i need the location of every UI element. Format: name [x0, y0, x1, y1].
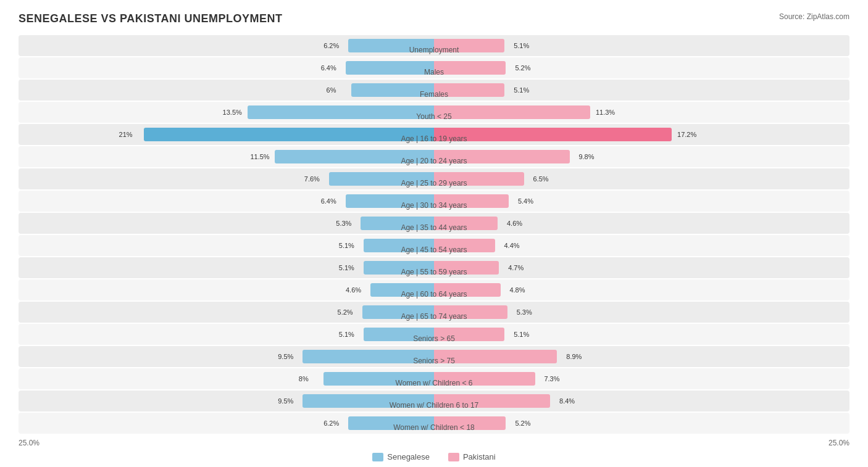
bar-value-right: 5.4% — [518, 197, 533, 205]
bar-value-left: 6.4% — [321, 197, 336, 205]
chart-row: 5.3% Age | 35 to 44 years 4.6% — [19, 213, 849, 234]
bar-value-right: 5.1% — [514, 42, 529, 49]
bar-label: Females — [372, 90, 496, 99]
bar-value-right: 5.2% — [515, 419, 530, 427]
bar-value-right: 4.6% — [507, 220, 522, 227]
bar-label: Seniors > 65 — [372, 334, 496, 343]
legend: Senegalese Pakistani — [19, 452, 849, 461]
bar-value-right: 9.8% — [578, 153, 594, 160]
bar-right-container: 17.2% — [434, 124, 849, 145]
bar-value-right: 5.2% — [515, 64, 530, 72]
legend-pakistani: Pakistani — [448, 452, 496, 461]
row-inner: 5.2% Age | 65 to 74 years 5.3% — [19, 302, 849, 323]
bar-value-left: 8% — [299, 375, 309, 382]
bar-value-right: 4.4% — [504, 242, 519, 249]
chart-row: 6.4% Age | 30 to 34 years 5.4% — [19, 191, 849, 212]
chart-row: 5.2% Age | 65 to 74 years 5.3% — [19, 302, 849, 323]
bar-value-left: 5.1% — [339, 264, 354, 271]
row-inner: 4.6% Age | 60 to 64 years 4.8% — [19, 279, 849, 300]
bar-value-right: 5.3% — [517, 308, 532, 316]
bar-value-left: 4.6% — [346, 286, 361, 294]
bar-value-left: 6.2% — [323, 42, 339, 49]
bar-value-left: 6.2% — [323, 419, 339, 427]
bar-label: Women w/ Children < 6 — [372, 379, 496, 387]
bar-value-left: 21% — [119, 131, 133, 138]
chart-row: 6.2% Unemployment 5.1% — [19, 35, 849, 56]
bar-right-container: 4.8% — [434, 279, 849, 300]
bar-right-container: 8.9% — [434, 346, 849, 367]
bar-right-container: 11.3% — [434, 102, 849, 123]
row-inner: 6.2% Women w/ Children < 18 5.2% — [19, 413, 849, 434]
legend-senegalese: Senegalese — [372, 452, 430, 461]
bar-value-right: 4.7% — [508, 264, 524, 271]
row-inner: 6.4% Age | 30 to 34 years 5.4% — [19, 191, 849, 212]
bar-value-left: 5.3% — [336, 220, 351, 227]
bar-right-container: 9.8% — [434, 146, 849, 167]
chart-body: 6.2% Unemployment 5.1% 6.4% — [19, 35, 849, 434]
bar-value-left: 6% — [327, 86, 336, 94]
bar-value-left: 5.1% — [339, 331, 354, 338]
chart-row: 5.1% Age | 55 to 59 years 4.7% — [19, 257, 849, 278]
bar-label: Age | 20 to 24 years — [372, 157, 496, 165]
chart-row: 6% Females 5.1% — [19, 80, 849, 101]
row-inner: 5.1% Age | 45 to 54 years 4.4% — [19, 235, 849, 256]
bar-value-right: 11.3% — [596, 109, 615, 116]
axis-right: 25.0% — [828, 439, 849, 447]
row-inner: 6.2% Unemployment 5.1% — [19, 35, 849, 56]
row-inner: 7.6% Age | 25 to 29 years 6.5% — [19, 168, 849, 189]
chart-row: 6.2% Women w/ Children < 18 5.2% — [19, 413, 849, 434]
chart-header: SENEGALESE VS PAKISTANI UNEMPLOYMENT Sou… — [19, 12, 849, 25]
bar-right-container: 5.1% — [434, 324, 849, 345]
bar-label: Seniors > 75 — [372, 357, 496, 365]
chart-row: 9.5% Seniors > 75 8.9% — [19, 346, 849, 367]
bar-label: Age | 65 to 74 years — [372, 312, 496, 321]
bar-right-container: 5.1% — [434, 80, 849, 101]
bar-value-left: 9.5% — [278, 353, 293, 360]
bar-right-container: 5.3% — [434, 302, 849, 323]
bar-label: Women w/ Children < 18 — [372, 423, 496, 432]
bar-right-container: 5.2% — [434, 57, 849, 78]
bar-value-right: 5.1% — [514, 86, 529, 94]
chart-row: 4.6% Age | 60 to 64 years 4.8% — [19, 279, 849, 300]
bar-value-left: 13.5% — [223, 109, 242, 116]
bar-label: Age | 16 to 19 years — [372, 134, 496, 143]
bar-value-right: 4.8% — [509, 286, 525, 294]
bar-right-container: 6.5% — [434, 168, 849, 189]
bar-label: Youth < 25 — [372, 112, 496, 121]
row-inner: 13.5% Youth < 25 11.3% — [19, 102, 849, 123]
row-inner: 5.3% Age | 35 to 44 years 4.6% — [19, 213, 849, 234]
bar-right-container: 7.3% — [434, 368, 849, 389]
row-inner: 5.1% Age | 55 to 59 years 4.7% — [19, 257, 849, 278]
chart-title: SENEGALESE VS PAKISTANI UNEMPLOYMENT — [19, 12, 282, 25]
bar-right-container: 5.4% — [434, 191, 849, 212]
chart-container: SENEGALESE VS PAKISTANI UNEMPLOYMENT Sou… — [0, 0, 868, 467]
row-inner: 9.5% Seniors > 75 8.9% — [19, 346, 849, 367]
chart-row: 7.6% Age | 25 to 29 years 6.5% — [19, 168, 849, 189]
chart-row: 5.1% Age | 45 to 54 years 4.4% — [19, 235, 849, 256]
row-inner: 8% Women w/ Children < 6 7.3% — [19, 368, 849, 389]
senegalese-label: Senegalese — [387, 452, 430, 461]
bar-label: Age | 35 to 44 years — [372, 223, 496, 232]
row-inner: 6.4% Males 5.2% — [19, 57, 849, 78]
row-inner: 9.5% Women w/ Children 6 to 17 8.4% — [19, 391, 849, 411]
bar-value-left: 9.5% — [278, 397, 293, 405]
pakistani-swatch — [448, 453, 459, 461]
bar-label: Males — [372, 68, 496, 76]
axis-left: 25.0% — [19, 439, 40, 447]
chart-row: 21% Age | 16 to 19 years 17.2% — [19, 124, 849, 145]
bar-value-right: 8.4% — [559, 397, 575, 405]
senegalese-swatch — [372, 453, 383, 461]
bar-value-right: 17.2% — [677, 131, 696, 138]
chart-row: 5.1% Seniors > 65 5.1% — [19, 324, 849, 345]
bar-right-container: 8.4% — [434, 391, 849, 411]
bar-label: Age | 25 to 29 years — [372, 179, 496, 188]
bar-label: Age | 55 to 59 years — [372, 268, 496, 276]
chart-row: 8% Women w/ Children < 6 7.3% — [19, 368, 849, 389]
bar-label: Age | 45 to 54 years — [372, 246, 496, 254]
bar-value-right: 6.5% — [533, 175, 549, 183]
bar-value-left: 11.5% — [250, 153, 269, 160]
pakistani-label: Pakistani — [463, 452, 496, 461]
bar-right-container: 5.2% — [434, 413, 849, 434]
row-inner: 6% Females 5.1% — [19, 80, 849, 101]
bar-label: Age | 60 to 64 years — [372, 290, 496, 299]
